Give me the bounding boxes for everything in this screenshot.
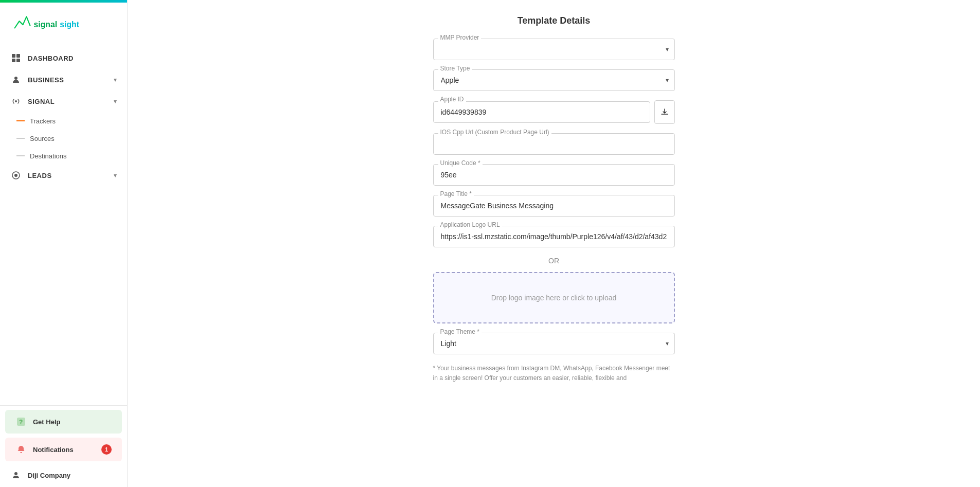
- sidebar-bottom: ? Get Help Notifications 1 Diji: [0, 405, 127, 487]
- page-title-input[interactable]: [433, 195, 675, 217]
- apple-id-label: Apple ID: [438, 96, 466, 103]
- main-content: Template Details MMP Provider ▾ Store Ty…: [128, 0, 980, 487]
- sidebar: signal sight DASHBOARD BUSINESS ▾: [0, 0, 128, 487]
- apple-id-row: [433, 100, 675, 124]
- business-icon: [10, 74, 22, 85]
- page-theme-label: Page Theme *: [438, 328, 482, 335]
- or-divider: OR: [433, 257, 675, 265]
- mmp-provider-label: MMP Provider: [438, 34, 482, 41]
- app-logo-url-label: Application Logo URL: [438, 221, 502, 228]
- sidebar-item-sources[interactable]: Sources: [0, 130, 127, 147]
- sidebar-item-signal[interactable]: SIGNAL ▾: [0, 91, 127, 112]
- sidebar-item-trackers[interactable]: Trackers: [0, 112, 127, 130]
- ios-cpp-url-label: IOS Cpp Url (Custom Product Page Url): [438, 129, 551, 136]
- svg-point-8: [14, 472, 17, 475]
- user-icon: [10, 470, 22, 481]
- get-help-button[interactable]: ? Get Help: [5, 410, 122, 434]
- page-title-label: Page Title *: [438, 190, 474, 197]
- download-icon: [661, 108, 669, 116]
- page-theme-select[interactable]: Light Dark: [433, 333, 675, 354]
- download-button[interactable]: [654, 100, 675, 124]
- apple-id-input[interactable]: [433, 101, 650, 123]
- chevron-down-icon: ▾: [114, 172, 117, 179]
- mmp-provider-select-wrapper: ▾: [433, 39, 675, 60]
- sidebar-item-dashboard[interactable]: DASHBOARD: [0, 47, 127, 69]
- page-theme-field: Page Theme * Light Dark ▾: [433, 333, 675, 354]
- apple-id-field: Apple ID: [433, 100, 675, 124]
- user-profile-button[interactable]: Diji Company: [0, 463, 127, 487]
- page-title-field: Page Title *: [433, 195, 675, 217]
- svg-text:?: ?: [19, 419, 23, 426]
- ios-cpp-url-input[interactable]: [433, 133, 675, 155]
- chevron-down-icon: ▾: [114, 98, 117, 105]
- page-title: Template Details: [148, 15, 959, 26]
- template-details-form: MMP Provider ▾ Store Type Apple Google ▾…: [433, 39, 675, 383]
- sidebar-nav: DASHBOARD BUSINESS ▾ SIGNAL: [0, 43, 127, 405]
- app-logo-url-input[interactable]: [433, 226, 675, 247]
- sidebar-item-leads[interactable]: LEADS ▾: [0, 165, 127, 186]
- bell-icon: [15, 444, 27, 455]
- page-theme-select-wrapper: Light Dark ▾: [433, 333, 675, 354]
- notifications-button[interactable]: Notifications 1: [5, 438, 122, 461]
- svg-point-3: [15, 100, 17, 102]
- leads-icon: [10, 170, 22, 181]
- chevron-down-icon: ▾: [114, 77, 117, 83]
- store-type-field: Store Type Apple Google ▾: [433, 69, 675, 91]
- store-type-select-wrapper: Apple Google ▾: [433, 69, 675, 91]
- notifications-badge: 1: [101, 444, 112, 455]
- app-logo-url-field: Application Logo URL: [433, 226, 675, 247]
- svg-text:signal: signal: [34, 20, 58, 29]
- mmp-provider-select[interactable]: [433, 39, 675, 60]
- logo-drop-zone[interactable]: Drop logo image here or click to upload: [433, 272, 675, 323]
- sidebar-logo: signal sight: [0, 3, 127, 43]
- store-type-select[interactable]: Apple Google: [433, 69, 675, 91]
- svg-point-2: [14, 77, 17, 80]
- unique-code-input[interactable]: [433, 164, 675, 186]
- help-icon: ?: [15, 416, 27, 427]
- sources-dot-icon: [16, 134, 25, 142]
- svg-text:sight: sight: [60, 20, 79, 29]
- destinations-dot-icon: [16, 152, 25, 160]
- ios-cpp-url-field: IOS Cpp Url (Custom Product Page Url): [433, 133, 675, 155]
- drop-zone-text: Drop logo image here or click to upload: [491, 294, 617, 302]
- store-type-label: Store Type: [438, 65, 472, 72]
- mmp-provider-field: MMP Provider ▾: [433, 39, 675, 60]
- logo-svg: signal sight: [10, 12, 82, 35]
- unique-code-field: Unique Code *: [433, 164, 675, 186]
- unique-code-label: Unique Code *: [438, 159, 483, 167]
- sidebar-item-destinations[interactable]: Destinations: [0, 147, 127, 165]
- dashboard-icon: [10, 52, 22, 64]
- trackers-dot-icon: [16, 117, 25, 125]
- sidebar-item-business[interactable]: BUSINESS ▾: [0, 69, 127, 91]
- signal-icon: [10, 96, 22, 107]
- svg-point-5: [14, 174, 17, 177]
- footer-note: * Your business messages from Instagram …: [433, 364, 675, 383]
